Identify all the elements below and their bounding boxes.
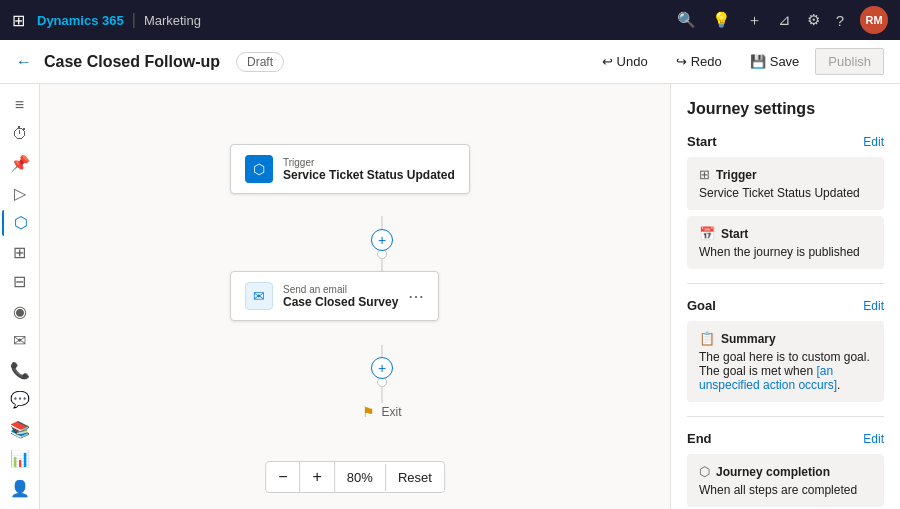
redo-label: Redo <box>691 54 722 69</box>
undo-icon: ↩ <box>602 54 613 69</box>
toolbar-actions: ↩ Undo ↪ Redo 💾 Save Publish <box>590 48 884 75</box>
brand-name: Marketing <box>144 13 201 28</box>
save-button[interactable]: 💾 Save <box>738 49 812 74</box>
save-icon: 💾 <box>750 54 766 69</box>
brand-logo: Dynamics 365 <box>37 13 124 28</box>
save-label: Save <box>770 54 800 69</box>
brand-sep: | <box>132 11 136 29</box>
plus-icon[interactable]: ＋ <box>747 11 762 30</box>
filter-icon[interactable]: ⊿ <box>778 11 791 29</box>
draft-badge[interactable]: Draft <box>236 52 284 72</box>
page-title: Case Closed Follow-up <box>44 53 220 71</box>
top-nav-right: 🔍 💡 ＋ ⊿ ⚙ ? RM <box>677 6 888 34</box>
back-button[interactable]: ← <box>16 53 32 71</box>
undo-button[interactable]: ↩ Undo <box>590 49 660 74</box>
help-icon[interactable]: ? <box>836 12 844 29</box>
undo-label: Undo <box>617 54 648 69</box>
redo-button[interactable]: ↪ Redo <box>664 49 734 74</box>
settings-icon[interactable]: ⚙ <box>807 11 820 29</box>
publish-label: Publish <box>828 54 871 69</box>
brand: Dynamics 365 | Marketing <box>37 11 201 29</box>
avatar[interactable]: RM <box>860 6 888 34</box>
toolbar: ← Case Closed Follow-up Draft ↩ Undo ↪ R… <box>0 40 900 84</box>
app-grid-icon[interactable]: ⊞ <box>12 11 25 30</box>
redo-icon: ↪ <box>676 54 687 69</box>
publish-button: Publish <box>815 48 884 75</box>
top-nav: ⊞ Dynamics 365 | Marketing 🔍 💡 ＋ ⊿ ⚙ ? R… <box>0 0 900 40</box>
lightbulb-icon[interactable]: 💡 <box>712 11 731 29</box>
search-icon[interactable]: 🔍 <box>677 11 696 29</box>
